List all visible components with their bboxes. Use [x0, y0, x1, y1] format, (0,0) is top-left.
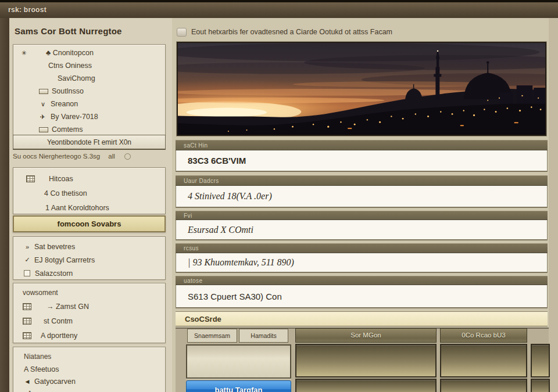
column-header: 0Co Rcao bU3	[440, 328, 527, 343]
sidebar-nav-item[interactable]: Ctns Oniness	[13, 59, 165, 72]
list-item[interactable]: A dportteny	[13, 328, 165, 343]
grid-icon	[26, 175, 35, 182]
sidebar-nav-item[interactable]: ✈ By Varev-7018	[13, 110, 165, 123]
list-item[interactable]: » Sat bevetres	[13, 240, 165, 253]
right-margin	[549, 18, 558, 392]
bar-icon	[39, 127, 48, 132]
list-item[interactable]: → Zamst GN	[13, 299, 165, 314]
stats-box: Hitcoas 4 Co thetison 1 Aant Koroldtohor…	[13, 167, 166, 214]
list-item[interactable]: 1 Aant Koroldtohors	[13, 200, 165, 214]
grid-icon	[23, 332, 31, 339]
validate-button[interactable]: Yeontibondote Ft emirt X0n	[13, 135, 166, 150]
field-value[interactable]: Esursad X COmti	[176, 220, 548, 240]
panel-button[interactable]	[440, 379, 527, 392]
sidebar-nav-item[interactable]: Comtems	[13, 123, 165, 135]
field-label: saCt Hin	[176, 140, 548, 150]
tab-button-1[interactable]: Snaemmsam	[187, 329, 237, 343]
field-value[interactable]: S613 Cpuert SA30) Con	[176, 285, 548, 308]
list-item[interactable]: Aseman	[13, 387, 165, 392]
sidebar-nav-item[interactable]: ∨ Sreanon	[13, 98, 165, 110]
plane-icon: ✈	[38, 113, 47, 121]
field-value[interactable]: | 93 Khuomtemkav, 511 890)	[176, 253, 548, 273]
list-item[interactable]: A Sfeetuos	[13, 363, 165, 375]
left-rail	[0, 18, 10, 392]
form-field: uatose S613 Cpuert SA30) Con	[176, 276, 548, 308]
section-heading: vowsoment	[13, 286, 165, 299]
list-item[interactable]: Hitcoas	[13, 171, 165, 186]
list-item[interactable]: 4 Co thetison	[13, 186, 165, 200]
tab-button-2[interactable]: Hamadits	[239, 329, 288, 343]
app-window: rsk: broost Sams Cor Bott Nurregtoe ✳ ♣ …	[0, 0, 558, 392]
sidebar: Sams Cor Bott Nurregtoe ✳ ♣ Cnonitopcon …	[9, 18, 173, 392]
column-header: Sor MGon	[295, 328, 437, 343]
panel-button[interactable]	[295, 379, 437, 392]
app-title-bar: rsk: broost	[0, 2, 558, 18]
field-value[interactable]: 83C3 6CB'VIM	[176, 150, 548, 172]
panel-button[interactable]	[531, 344, 550, 377]
form-field: Fvi Esursad X COmti	[176, 211, 548, 240]
grid-icon	[23, 303, 31, 310]
sidebar-nav-item[interactable]: ✳ ♣ Cnonitopcon	[13, 46, 165, 59]
app-title: rsk: broost	[8, 6, 46, 14]
form-field: rcsus | 93 Khuomtemkav, 511 890)	[176, 243, 548, 273]
chevron-down-icon: ∨	[39, 100, 47, 108]
field-label: Fvi	[176, 211, 548, 220]
preview-box	[186, 344, 291, 379]
field-label: rcsus	[176, 243, 548, 253]
checkbox[interactable]	[24, 270, 30, 276]
city-skyline-image	[177, 42, 546, 136]
field-label: uatose	[176, 276, 548, 285]
section-heading: Niatanes	[13, 350, 165, 363]
panel-button[interactable]	[531, 379, 550, 392]
sidebar-nav-item[interactable]: SaviChomg	[13, 72, 165, 85]
list-item[interactable]: ✓ EJ 8otgyl Carrretrs	[13, 253, 165, 267]
list-item[interactable]: ◀ Gatyocarven	[13, 375, 165, 387]
movement-box: vowsoment → Zamst GN st Contm A dportten…	[13, 283, 166, 343]
circle-icon	[124, 153, 131, 160]
field-label: Uaur Dadcrs	[176, 175, 548, 186]
features-box: Niatanes A Sfeetuos ◀ Gatyocarven Aseman	[13, 347, 166, 392]
sparkle-icon: ✳	[19, 49, 28, 57]
list-item[interactable]: Salazcstorn	[13, 267, 165, 280]
sidebar-title: Sams Cor Bott Nurregtoe	[15, 26, 122, 36]
options-box: » Sat bevetres ✓ EJ 8otgyl Carrretrs Sal…	[13, 236, 166, 280]
main-header-text: Eout hetxarbis fer ovadtesned a Ciarde O…	[191, 28, 392, 36]
panel-button[interactable]	[295, 344, 437, 377]
sidebar-nav: ✳ ♣ Cnonitopcon Ctns Oniness SaviChomg S…	[13, 44, 166, 135]
panel-button[interactable]	[440, 344, 527, 377]
summary-heading: Su oocs Niergherteogo S.3sg all	[13, 153, 167, 160]
section-strip: CsoCSrde	[176, 311, 548, 326]
pointer-icon	[177, 28, 187, 37]
blue-action-button[interactable]: battu Targfan	[186, 380, 291, 392]
grid-icon	[23, 318, 31, 325]
sidebar-nav-item[interactable]: Soutlnsso	[13, 85, 165, 98]
field-value[interactable]: 4 Stinived 18(V.A .0er)	[176, 186, 548, 208]
main-header: Eout hetxarbis fer ovadtesned a Ciarde O…	[177, 26, 549, 38]
action-button[interactable]: fomcoon Sovabrs	[13, 215, 166, 232]
list-item[interactable]: st Contm	[13, 314, 165, 328]
wave-icon: »	[24, 243, 31, 250]
check-icon: ✓	[24, 256, 31, 264]
form-field: Uaur Dadcrs 4 Stinived 18(V.A .0er)	[176, 175, 548, 208]
bar-icon	[39, 89, 48, 94]
form-field: saCt Hin 83C3 6CB'VIM	[176, 140, 548, 172]
arrow-left-icon: ◀	[24, 379, 31, 384]
